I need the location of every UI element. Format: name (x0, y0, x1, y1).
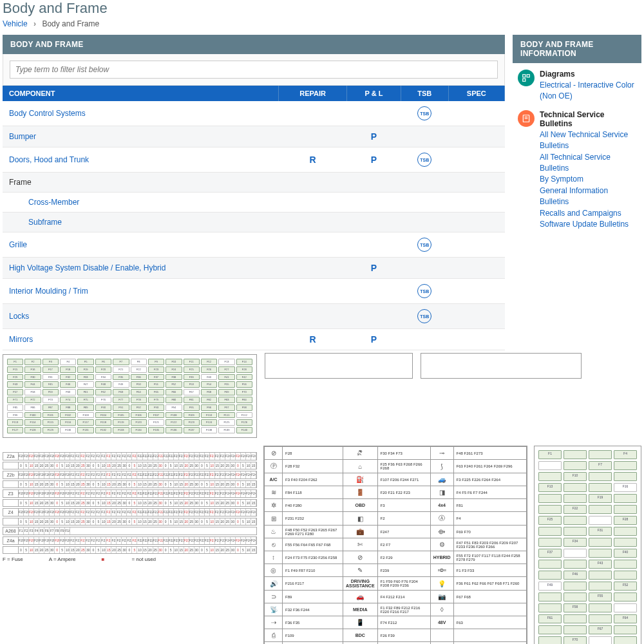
page-title: Body and Frame (0, 0, 644, 19)
table-row: Cross-Member (3, 193, 505, 213)
panel-header: BODY AND FRAME (3, 35, 505, 54)
symbol-table: ⊘F28⛐F30 F34 F73⊸F48 F261 F273ⓅF28 F32⌂F… (263, 446, 527, 644)
repair-marker[interactable]: R (310, 155, 316, 165)
component-link[interactable]: Doors, Hood and Trunk (9, 155, 89, 164)
table-row: Frame (3, 173, 505, 193)
legend: F = FuseA = Ampere■ = not used (3, 556, 257, 562)
table-row: Body Control SystemsTSB (3, 101, 505, 126)
table-row: LocksTSB (3, 304, 505, 329)
breadcrumb: Vehicle › Body and Frame (0, 19, 644, 35)
diag-mini-1 (265, 353, 413, 379)
component-link[interactable]: Locks (9, 312, 29, 321)
tsb-badge[interactable]: TSB (417, 106, 431, 120)
component-link[interactable]: Bumper (9, 132, 36, 141)
table-row: Interior Moulding / TrimTSB (3, 279, 505, 304)
info-diagrams-link-0[interactable]: Electrical - Interactive Color (Non OE) (540, 80, 636, 102)
repair-marker[interactable]: R (310, 334, 316, 345)
table-row: MirrorsRP (3, 329, 505, 350)
info-panel-header: BODY AND FRAME INFORMATION (513, 35, 641, 63)
table-row: Doors, Hood and TrunkRPTSB (3, 147, 505, 173)
col-tsb: TSB (401, 86, 448, 101)
info-tsb-link[interactable]: All New Technical Service Bulletins (540, 129, 636, 152)
table-row: GrilleTSB (3, 232, 505, 258)
breadcrumb-current: Body and Frame (42, 19, 99, 28)
info-tsb-link[interactable]: General Information Bulletins (540, 185, 636, 208)
col-pl: P & L (347, 86, 401, 101)
chevron-right-icon: › (33, 19, 36, 28)
component-link[interactable]: Grille (9, 240, 27, 249)
tsb-badge[interactable]: TSB (417, 238, 431, 252)
tsb-icon (518, 110, 535, 127)
table-row: High Voltage System Disable / Enable, Hy… (3, 258, 505, 279)
pl-marker[interactable]: P (371, 263, 377, 273)
info-tsb-link[interactable]: Recalls and Campaigns (540, 208, 636, 219)
info-tsb-title: Technical Service Bulletins (540, 110, 636, 128)
svg-rect-2 (523, 79, 526, 81)
diagram-icon (518, 70, 535, 86)
tsb-badge[interactable]: TSB (417, 153, 431, 167)
info-tsb-link[interactable]: All Technical Service Bulletins (540, 152, 636, 175)
pl-marker[interactable]: P (371, 131, 377, 142)
tsb-badge[interactable]: TSB (417, 309, 431, 323)
component-link[interactable]: Mirrors (9, 335, 33, 344)
info-diagrams-title: Diagrams (540, 70, 636, 79)
info-tsb-link[interactable]: By Symptom (540, 174, 636, 185)
fusebox-large: F1F2F3F4F5F6F7F8F9F10F11F12F13F14F15F16F… (3, 354, 257, 438)
filter-input[interactable] (10, 61, 498, 79)
pl-marker[interactable]: P (371, 334, 377, 345)
svg-rect-0 (523, 75, 526, 77)
component-table: COMPONENT REPAIR P & L TSB SPEC Body Con… (3, 86, 505, 350)
breadcrumb-root[interactable]: Vehicle (3, 19, 28, 28)
tsb-badge[interactable]: TSB (417, 284, 431, 298)
component-link[interactable]: Subframe (28, 218, 62, 227)
component-link[interactable]: Cross-Member (28, 198, 79, 207)
pl-marker[interactable]: P (371, 155, 377, 165)
component-link[interactable]: Interior Moulding / Trim (9, 287, 88, 296)
table-row: BumperP (3, 126, 505, 147)
info-tsb-link[interactable]: Software Update Bulletins (540, 219, 636, 230)
diagram-area: F1F2F3F4F5F6F7F8F9F10F11F12F13F14F15F16F… (0, 350, 644, 644)
diag-mini-2 (421, 353, 582, 379)
fusebox-small: F1F4F7F10F13F16F19F22F25F28F31F34F37F40F… (534, 446, 641, 644)
col-component: COMPONENT (3, 86, 279, 101)
component-link[interactable]: Body Control Systems (9, 109, 86, 118)
table-row: Subframe (3, 213, 505, 232)
col-spec: SPEC (448, 86, 504, 101)
svg-rect-1 (527, 75, 529, 77)
component-link[interactable]: High Voltage System Disable / Enable, Hy… (9, 263, 166, 272)
col-repair: REPAIR (279, 86, 347, 101)
